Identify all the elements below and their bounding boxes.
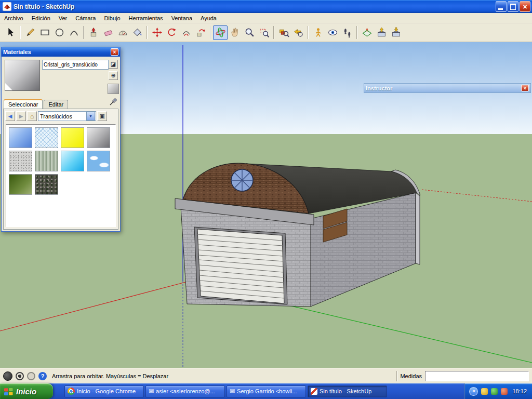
zoom-tool-button[interactable] <box>242 25 257 40</box>
tray-icon-3[interactable] <box>501 388 508 395</box>
menu-edicion[interactable]: Edición <box>28 14 55 23</box>
titlebar[interactable]: Sin título - SketchUp × <box>0 0 532 13</box>
maximize-icon <box>510 4 516 10</box>
previous-view-tool-button[interactable] <box>291 25 305 40</box>
orbit-tool-button[interactable] <box>213 25 228 40</box>
maximize-button[interactable] <box>508 1 518 12</box>
pan-icon <box>230 27 241 38</box>
menu-herramientas[interactable]: Herramientas <box>125 14 167 23</box>
sample-paint-button[interactable]: ⊕ <box>109 71 118 80</box>
section-plane-tool-button[interactable] <box>360 25 374 40</box>
push-pull-icon <box>88 27 99 38</box>
menu-camara[interactable]: Cámara <box>71 14 100 23</box>
statusbar-separator <box>396 371 397 381</box>
status-indicator-icon-1[interactable] <box>3 371 12 381</box>
eyedropper-button[interactable] <box>109 97 118 108</box>
position-camera-tool-button[interactable] <box>311 25 325 40</box>
start-button[interactable]: Inicio <box>0 383 53 399</box>
default-material-swatch[interactable] <box>108 84 119 94</box>
arc-icon <box>69 27 79 38</box>
measurements-box[interactable] <box>425 371 529 381</box>
menu-ver[interactable]: Ver <box>55 14 72 23</box>
eraser-tool-button[interactable] <box>101 25 115 40</box>
taskbar-item-sergio[interactable]: ✉ Sergio Garrido <howli... <box>227 385 306 397</box>
close-button[interactable]: × <box>520 1 530 12</box>
circle-tool-button[interactable] <box>52 25 66 40</box>
create-material-button[interactable]: ◪ <box>109 60 118 69</box>
toolbar-separator <box>308 26 309 39</box>
paint-bucket-tool-button[interactable] <box>130 25 144 40</box>
status-indicator-icon-2[interactable] <box>16 372 24 380</box>
orbit-icon <box>215 27 226 38</box>
taskbar-item-sketchup[interactable]: Sin título - SketchUp <box>308 385 387 397</box>
get-models-tool-button[interactable] <box>374 25 389 40</box>
material-swatch-translucent-yellow[interactable] <box>61 127 84 148</box>
push-pull-tool-button[interactable] <box>86 25 101 40</box>
tab-seleccionar[interactable]: Seleccionar <box>4 99 43 109</box>
tray-icon-2[interactable] <box>491 388 498 395</box>
chrome-icon <box>68 388 75 395</box>
menu-ayuda[interactable]: Ayuda <box>196 14 221 23</box>
menu-archivo[interactable]: Archivo <box>0 14 28 23</box>
material-swatch-translucent-gray[interactable] <box>87 127 110 148</box>
instructor-panel[interactable]: Instructor × <box>364 83 531 93</box>
material-swatch-translucent-blue[interactable] <box>9 127 32 148</box>
material-swatch-camo-mosaic[interactable] <box>35 174 58 195</box>
zoom-extents-icon <box>278 27 289 38</box>
taskbar-item-chrome[interactable]: Inicio - Google Chrome <box>64 385 144 397</box>
material-name-input[interactable] <box>42 60 109 70</box>
material-swatch-dark-green[interactable] <box>9 174 32 195</box>
materials-title: Materiales <box>3 49 31 55</box>
material-swatch-translucent-cyan[interactable] <box>61 151 84 171</box>
sketchup-icon <box>311 388 317 395</box>
select-tool-button[interactable] <box>3 25 18 40</box>
status-indicator-icon-3[interactable] <box>27 372 35 380</box>
materials-close-button[interactable]: × <box>111 48 118 56</box>
share-models-icon <box>391 27 402 38</box>
look-around-icon <box>327 27 338 38</box>
minimize-button[interactable] <box>496 1 507 12</box>
forward-button[interactable]: ▶ <box>16 111 26 121</box>
offset-tool-button[interactable] <box>179 25 193 40</box>
look-around-tool-button[interactable] <box>325 25 340 40</box>
materials-titlebar[interactable]: Materiales × <box>2 47 120 57</box>
menu-ventana[interactable]: Ventana <box>167 14 196 23</box>
material-swatch-frosted-gray[interactable] <box>9 151 32 171</box>
taskbar-item-asier[interactable]: ✉ asier <asierlorenzo@... <box>145 385 225 397</box>
toolbar-separator <box>147 26 148 39</box>
protractor-tool-button[interactable] <box>115 25 130 40</box>
material-swatch-translucent-mesh[interactable] <box>35 127 58 148</box>
in-model-button[interactable]: ▣ <box>97 111 107 121</box>
collection-dropdown[interactable]: Translúcidos ▼ <box>38 111 96 121</box>
move-tool-button[interactable] <box>150 25 164 40</box>
share-models-tool-button[interactable] <box>389 25 403 40</box>
mail-icon: ✉ <box>149 388 154 395</box>
walk-tool-button[interactable] <box>340 25 354 40</box>
follow-me-icon <box>195 27 206 38</box>
hide-icons-chevron[interactable]: « <box>469 387 478 396</box>
pan-tool-button[interactable] <box>228 25 242 40</box>
material-swatch-sky-clouds[interactable] <box>87 151 110 171</box>
help-icon[interactable]: ? <box>38 372 47 380</box>
home-button[interactable]: ⌂ <box>27 111 37 121</box>
task-label: Inicio - Google Chrome <box>77 388 136 394</box>
instructor-close-button[interactable]: × <box>521 85 529 91</box>
rotate-tool-button[interactable] <box>164 25 179 40</box>
zoom-window-tool-button[interactable] <box>257 25 271 40</box>
back-button[interactable]: ◀ <box>5 111 15 121</box>
menu-dibujo[interactable]: Dibujo <box>100 14 124 23</box>
start-label: Inicio <box>16 387 36 396</box>
paint-bucket-icon <box>132 27 143 38</box>
tray-icon-1[interactable] <box>481 388 488 395</box>
follow-me-tool-button[interactable] <box>193 25 208 40</box>
line-tool-button[interactable] <box>23 25 37 40</box>
arc-tool-button[interactable] <box>66 25 81 40</box>
minimize-icon <box>498 8 503 10</box>
toolbar-separator <box>210 26 211 39</box>
zoom-extents-tool-button[interactable] <box>276 25 291 40</box>
material-swatch-ribbed-green[interactable] <box>35 151 58 171</box>
menubar: Archivo Edición Ver Cámara Dibujo Herram… <box>0 13 532 23</box>
collection-value: Translúcidos <box>38 113 72 119</box>
rectangle-tool-button[interactable] <box>37 25 52 40</box>
zoom-window-icon <box>259 27 270 38</box>
